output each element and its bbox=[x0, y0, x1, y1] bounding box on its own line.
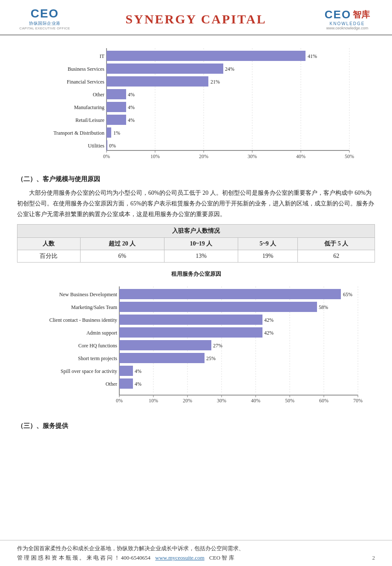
table-row: 百分比 6% 13% 19% 62 bbox=[17, 250, 375, 262]
footer-line1: 作为全国首家柔性办公和成长企业基地，协纵致力解决企业成长中诉求，包括办公空间需求… bbox=[17, 544, 375, 553]
footer-text1: 作为全国首家柔性办公和成长企业基地，协纵致力解决企业成长中诉求，包括办公空间需求… bbox=[17, 544, 244, 553]
logo-left: CEO 协纵国际企业港 CAPITAL EXECUTIVE OFFICE bbox=[17, 8, 72, 30]
table-header-col1: 超过 20 人 bbox=[80, 237, 164, 250]
chart2-container: 0% 10% 20% 30% 40% 50% 60% 70% bbox=[17, 282, 375, 414]
svg-text:0%: 0% bbox=[116, 398, 123, 404]
table-cell-v2: 13% bbox=[164, 250, 238, 262]
svg-rect-29 bbox=[107, 89, 126, 99]
svg-text:Other: Other bbox=[93, 92, 104, 98]
svg-text:4%: 4% bbox=[135, 368, 141, 374]
svg-text:4%: 4% bbox=[128, 92, 135, 98]
svg-text:40%: 40% bbox=[251, 398, 260, 404]
svg-text:Other: Other bbox=[106, 381, 117, 387]
svg-text:1%: 1% bbox=[113, 130, 120, 136]
svg-text:Client contact - Business iden: Client contact - Business identity bbox=[49, 317, 117, 323]
svg-text:Transport & Distribution: Transport & Distribution bbox=[53, 130, 104, 136]
table-header-renshu: 人数 bbox=[17, 237, 81, 250]
logo-right-website: www.ceoknowledge.com bbox=[326, 26, 369, 30]
footer-website[interactable]: www.myceosuite.com bbox=[155, 553, 204, 563]
header: CEO 协纵国际企业港 CAPITAL EXECUTIVE OFFICE SYN… bbox=[0, 0, 392, 35]
svg-text:10%: 10% bbox=[149, 398, 158, 404]
svg-rect-84 bbox=[119, 353, 205, 363]
svg-text:Short term projects: Short term projects bbox=[78, 355, 117, 361]
svg-text:Manufacturing: Manufacturing bbox=[74, 104, 104, 110]
svg-text:0%: 0% bbox=[103, 153, 110, 159]
svg-text:30%: 30% bbox=[248, 153, 257, 159]
table-header-col3: 5~9 人 bbox=[238, 237, 298, 250]
chart1-container: 0% 10% 20% 30% 40% 50% bbox=[17, 44, 375, 167]
table-header-col2: 10~19 人 bbox=[164, 237, 238, 250]
svg-rect-26 bbox=[107, 76, 208, 87]
svg-text:50%: 50% bbox=[345, 153, 354, 159]
table-header-row: 人数 超过 20 人 10~19 人 5~9 人 低于 5 人 bbox=[17, 237, 375, 250]
svg-text:4%: 4% bbox=[128, 117, 135, 123]
svg-rect-87 bbox=[119, 366, 133, 376]
footer-text2: 管 理 困 惑 和 资 本 瓶 颈 。 来 电 咨 问 ！ 400-654065… bbox=[17, 553, 150, 563]
section2-heading: （二）、客户规模与使用原因 bbox=[17, 175, 375, 183]
svg-text:4%: 4% bbox=[128, 104, 135, 110]
main-content: 0% 10% 20% 30% 40% 50% bbox=[0, 35, 392, 460]
svg-text:24%: 24% bbox=[225, 66, 234, 72]
section2-para: 大部分使用服务办公室的公司均为小型公司，60%的公司员工低于 20 人。初创型公… bbox=[17, 188, 375, 220]
svg-text:21%: 21% bbox=[210, 79, 220, 85]
logo-right: CEO 智库 KNOWLEDGE www.ceoknowledge.com bbox=[320, 8, 375, 30]
svg-text:4%: 4% bbox=[135, 381, 141, 387]
svg-rect-69 bbox=[119, 289, 341, 299]
svg-text:40%: 40% bbox=[296, 153, 306, 159]
svg-text:58%: 58% bbox=[319, 304, 328, 310]
svg-text:27%: 27% bbox=[213, 343, 222, 349]
svg-rect-35 bbox=[107, 115, 126, 125]
footer: 作为全国首家柔性办公和成长企业基地，协纵致力解决企业成长中诉求，包括办公空间需求… bbox=[0, 540, 392, 566]
svg-text:42%: 42% bbox=[264, 330, 274, 336]
table-cell-v4: 62 bbox=[298, 250, 375, 262]
svg-text:Financial Services: Financial Services bbox=[67, 79, 105, 85]
table-header-col4: 低于 5 人 bbox=[298, 237, 375, 250]
svg-rect-78 bbox=[119, 327, 262, 338]
svg-text:Core HQ functions: Core HQ functions bbox=[78, 343, 118, 349]
svg-text:Retail/Leisure: Retail/Leisure bbox=[75, 117, 104, 123]
svg-text:70%: 70% bbox=[353, 398, 363, 404]
svg-text:0%: 0% bbox=[109, 143, 116, 149]
svg-text:65%: 65% bbox=[343, 292, 352, 297]
table-cell-v1: 6% bbox=[80, 250, 164, 262]
page-number: 2 bbox=[372, 553, 375, 563]
svg-text:20%: 20% bbox=[183, 398, 192, 404]
svg-rect-38 bbox=[107, 127, 111, 138]
logo-left-small: CAPITAL EXECUTIVE OFFICE bbox=[20, 26, 70, 30]
svg-text:60%: 60% bbox=[319, 398, 329, 404]
svg-text:25%: 25% bbox=[206, 355, 216, 361]
svg-text:Marketing/Sales Team: Marketing/Sales Team bbox=[71, 304, 118, 310]
chart2-svg: 0% 10% 20% 30% 40% 50% 60% 70% bbox=[21, 282, 371, 414]
footer-ceo: CEO 智 库 bbox=[209, 553, 234, 563]
logo-left-subtitle: 协纵国际企业港 bbox=[29, 20, 61, 26]
table-cell-label: 百分比 bbox=[17, 250, 81, 262]
svg-text:41%: 41% bbox=[308, 53, 317, 59]
svg-rect-72 bbox=[119, 302, 317, 312]
svg-text:Spill over space for activity: Spill over space for activity bbox=[61, 368, 117, 374]
svg-text:10%: 10% bbox=[150, 153, 160, 159]
svg-rect-32 bbox=[107, 102, 126, 112]
header-title: SYNERGY CAPITAL bbox=[72, 12, 320, 26]
customer-table: 入驻客户人数情况 人数 超过 20 人 10~19 人 5~9 人 低于 5 人… bbox=[17, 224, 375, 263]
chart2-title: 租用服务办公室原因 bbox=[17, 270, 375, 278]
logo-right-knowledge: KNOWLEDGE bbox=[329, 21, 365, 26]
svg-rect-41 bbox=[107, 140, 107, 150]
section3-heading: （三）、服务提供 bbox=[17, 422, 375, 430]
logo-right-ceo-group: CEO 智库 bbox=[325, 8, 370, 21]
footer-line2: 管 理 困 惑 和 资 本 瓶 颈 。 来 电 咨 问 ！ 400-654065… bbox=[17, 553, 375, 563]
table-caption: 入驻客户人数情况 bbox=[17, 224, 375, 237]
table-cell-v3: 19% bbox=[238, 250, 298, 262]
svg-text:New Business Development: New Business Development bbox=[59, 292, 118, 297]
svg-text:30%: 30% bbox=[217, 398, 226, 404]
svg-text:20%: 20% bbox=[199, 153, 208, 159]
svg-text:50%: 50% bbox=[285, 398, 294, 404]
chart1-svg: 0% 10% 20% 30% 40% 50% bbox=[26, 44, 366, 167]
svg-text:Utilities: Utilities bbox=[88, 143, 104, 149]
logo-ceo-left-text: CEO bbox=[31, 8, 59, 20]
svg-rect-23 bbox=[107, 64, 223, 74]
logo-right-ceo-text: CEO bbox=[325, 8, 351, 21]
svg-rect-90 bbox=[119, 378, 133, 389]
svg-text:42%: 42% bbox=[264, 317, 274, 323]
svg-rect-75 bbox=[119, 315, 262, 325]
svg-text:IT: IT bbox=[100, 53, 105, 59]
